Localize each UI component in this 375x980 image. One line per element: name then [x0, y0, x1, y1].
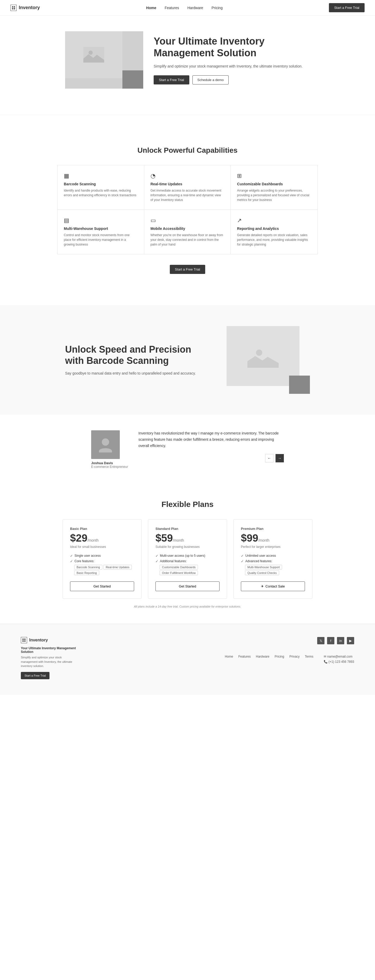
feature-sub-item: Basic Reporting	[74, 571, 99, 575]
cap-title-0: Barcode Scanning	[64, 182, 138, 186]
svg-rect-9	[22, 639, 24, 640]
svg-point-8	[102, 438, 109, 446]
pricing-card-1: Standard Plan $59/month Suitable for gro…	[148, 519, 227, 599]
footer-nav-home[interactable]: Home	[225, 655, 233, 663]
feature-sub-item: Real-time Updates	[103, 565, 132, 570]
twitter-icon[interactable]: 𝕏	[317, 637, 324, 644]
nav-cta-button[interactable]: Start a Free Trial	[329, 3, 365, 12]
navbar: Inventory Home Features Hardware Pricing…	[0, 0, 375, 16]
pricing-cta-button-0[interactable]: Get Started	[70, 581, 134, 591]
footer-logo-icon	[21, 637, 27, 643]
plan-name-1: Standard Plan	[155, 527, 220, 531]
nav-home[interactable]: Home	[146, 6, 156, 10]
capability-item-4: ▭ Mobile Accessibility Whether you're on…	[144, 210, 231, 254]
youtube-icon[interactable]: ▶	[347, 637, 354, 644]
plan-desc-2: Perfect for larger enterprises	[241, 545, 305, 549]
plan-period-2: /month	[258, 538, 269, 542]
analytics-icon: ↗	[237, 217, 311, 224]
hero-cta-button[interactable]: Start a Free Trial	[153, 75, 189, 84]
barcode-content: Unlock Speed and Precision with Barcode …	[65, 344, 211, 376]
testimonial-next-button[interactable]: →	[275, 454, 284, 462]
feature-sub-list: Customizable DashboardsOrder Fulfillment…	[155, 565, 220, 576]
cap-desc-1: Get immediate access to accurate stock m…	[150, 188, 225, 202]
hero-schedule-button[interactable]: Schedule a demo	[193, 75, 229, 84]
hero-content: Your Ultimate Inventory Management Solut…	[153, 35, 310, 85]
svg-rect-10	[24, 639, 25, 640]
feature-item: ✓Additional features:	[155, 559, 220, 563]
feature-item: ✓Core features:	[70, 559, 134, 563]
barcode-title: Unlock Speed and Precision with Barcode …	[65, 344, 211, 366]
plan-period-0: /month	[87, 538, 99, 542]
pricing-section: Flexible Plans Basic Plan $29/month Idea…	[0, 484, 375, 624]
testimonial-prev-button[interactable]: ←	[265, 454, 274, 462]
svg-rect-2	[12, 8, 13, 10]
cap-title-2: Customizable Dashboards	[237, 182, 311, 186]
feature-item: ✓Unlimited user access	[241, 554, 305, 558]
pricing-title: Flexible Plans	[21, 500, 354, 509]
nav-pricing[interactable]: Pricing	[212, 6, 223, 10]
pricing-card-2: Premium Plan $99/month Perfect for large…	[233, 519, 312, 599]
facebook-icon[interactable]: f	[327, 637, 334, 644]
feature-sub-list: Barcode ScanningReal-time UpdatesBasic R…	[70, 565, 134, 576]
testimonial-role: E-commerce Entrepreneur	[91, 465, 128, 469]
footer-nav-terms[interactable]: Terms	[305, 655, 313, 663]
testimonial-author: Joshua Davis	[91, 461, 128, 465]
svg-rect-11	[22, 640, 24, 642]
nav-hardware[interactable]: Hardware	[187, 6, 203, 10]
cap-title-5: Reporting and Analytics	[237, 226, 311, 231]
capabilities-section: Unlock Powerful Capabilities ▦ Barcode S…	[0, 115, 375, 305]
feature-item: ✓Multi-user access (up to 5 users)	[155, 554, 220, 558]
feature-sub-item: Quality Control Checks	[245, 571, 279, 575]
cap-desc-4: Whether you're on the warehouse floor or…	[150, 233, 225, 247]
nav-links: Home Features Hardware Pricing	[146, 6, 223, 10]
plan-desc-0: Ideal for small businesses	[70, 545, 134, 549]
plan-price-0: $29/month	[70, 532, 134, 544]
logo-icon	[10, 5, 17, 11]
footer: Inventory Your Ultimate Inventory Manage…	[0, 624, 375, 695]
capability-item-0: ▦ Barcode Scanning Identify and handle p…	[57, 165, 144, 210]
footer-email: ✉ name@email.com	[324, 655, 354, 659]
hero-section: Your Ultimate Inventory Management Solut…	[0, 16, 375, 115]
footer-cta-button[interactable]: Start a Free Trial	[21, 672, 49, 679]
hero-buttons: Start a Free Trial Schedule a demo	[153, 75, 310, 84]
capabilities-cta: Start a Free Trial	[21, 265, 354, 274]
cap-title-3: Multi-Warehouse Support	[64, 226, 138, 231]
cap-desc-5: Generate detailed reports on stock valua…	[237, 233, 311, 247]
footer-nav-hardware[interactable]: Hardware	[256, 655, 269, 663]
pricing-grid: Basic Plan $29/month Ideal for small bus…	[62, 519, 312, 599]
cap-desc-2: Arrange widgets according to your prefer…	[237, 188, 311, 202]
pricing-cta-button-1[interactable]: Get Started	[155, 581, 220, 591]
clock-icon: ◔	[150, 173, 225, 179]
feature-sub-item: Order Fulfillment Workflow	[160, 571, 198, 575]
feature-item: ✓Single user access	[70, 554, 134, 558]
footer-nav-pricing[interactable]: Pricing	[275, 655, 284, 663]
testimonial-avatar	[91, 430, 120, 459]
warehouse-icon: ▤	[64, 217, 138, 224]
svg-point-7	[256, 350, 262, 356]
logo[interactable]: Inventory	[10, 5, 40, 11]
footer-tagline-title: Your Ultimate Inventory Management Solut…	[21, 646, 78, 654]
footer-nav-privacy[interactable]: Privacy	[289, 655, 299, 663]
feature-sub-item: Barcode Scanning	[74, 565, 102, 570]
pricing-cta-button-2[interactable]: ✈ Contact Sale	[241, 581, 305, 591]
capabilities-title: Unlock Powerful Capabilities	[21, 146, 354, 154]
footer-nav-features[interactable]: Features	[238, 655, 250, 663]
cap-desc-3: Control and monitor stock movements from…	[64, 233, 138, 247]
linkedin-icon[interactable]: in	[337, 637, 344, 644]
nav-features[interactable]: Features	[165, 6, 179, 10]
mobile-icon: ▭	[150, 217, 225, 224]
plan-name-0: Basic Plan	[70, 527, 134, 531]
footer-nav-contact: HomeFeaturesHardwarePricingPrivacyTerms …	[225, 655, 354, 663]
footer-social: 𝕏 f in ▶	[317, 637, 354, 644]
plan-period-1: /month	[173, 538, 184, 542]
barcode-section: Unlock Speed and Precision with Barcode …	[0, 305, 375, 415]
dashboard-icon: ⊞	[237, 173, 311, 179]
testimonial-quote: Inventory has revolutionized the way I m…	[138, 430, 284, 449]
barcode-description: Say goodbye to manual data entry and hel…	[65, 371, 211, 376]
footer-brand: Inventory Your Ultimate Inventory Manage…	[21, 637, 78, 679]
capability-item-3: ▤ Multi-Warehouse Support Control and mo…	[57, 210, 144, 254]
capability-item-1: ◔ Real-time Updates Get immediate access…	[144, 165, 231, 210]
feature-sub-list: Multi-Warehouse SupportQuality Control C…	[241, 565, 305, 576]
hero-title: Your Ultimate Inventory Management Solut…	[153, 35, 310, 59]
capabilities-cta-button[interactable]: Start a Free Trial	[170, 265, 206, 274]
